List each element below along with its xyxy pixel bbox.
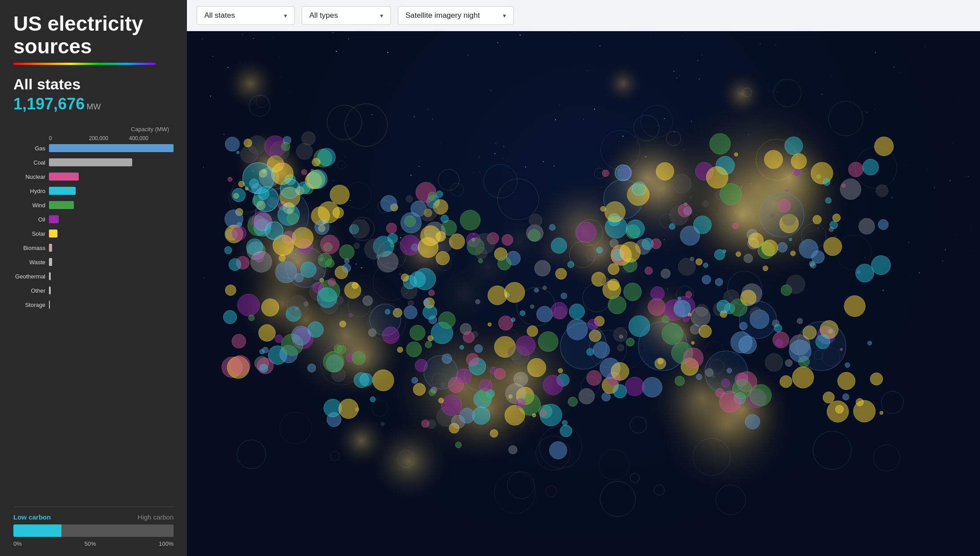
high-carbon-label: High carbon [138, 513, 174, 521]
bar-row-solar: Solar [13, 229, 174, 238]
bar-row-other: Other [13, 286, 174, 295]
bar-label-other: Other [13, 287, 49, 294]
all-states-dropdown[interactable]: All states ▾ [197, 6, 295, 25]
bar-row-coal: Coal [13, 157, 174, 167]
bar-fill-nuclear [49, 173, 79, 181]
chevron-down-icon-1: ▾ [284, 12, 287, 19]
pct-50: 50% [85, 540, 96, 547]
rainbow-bar [13, 63, 156, 65]
pct-0: 0% [13, 540, 22, 547]
chevron-down-icon-3: ▾ [503, 12, 506, 19]
carbon-bar-fill [13, 524, 61, 537]
bar-track-solar [49, 230, 174, 238]
carbon-labels-row: Low carbon High carbon [13, 513, 174, 521]
state-label: All states [13, 76, 174, 93]
mw-unit: MW [87, 102, 101, 111]
bar-fill-other [49, 286, 51, 294]
bar-fill-solar [49, 230, 57, 238]
bar-row-gas: Gas [13, 143, 174, 153]
axis-row: 0 200,000 400,000 [13, 135, 174, 141]
bar-fill-storage [49, 301, 50, 309]
bar-track-biomass [49, 244, 174, 252]
bar-fill-waste [49, 258, 52, 266]
carbon-bar-track [13, 524, 174, 537]
total-mw: 1,197,676 [13, 95, 85, 113]
bars-container: GasCoalNuclearHydroWindOilSolarBiomassWa… [13, 143, 174, 310]
bar-fill-gas [49, 144, 174, 152]
bar-row-hydro: Hydro [13, 186, 174, 196]
map-canvas [187, 31, 980, 556]
chart-section: Capacity (MW) 0 200,000 400,000 GasCoalN… [13, 126, 174, 499]
bar-fill-coal [49, 158, 132, 166]
bar-track-coal [49, 158, 174, 166]
chevron-down-icon-2: ▾ [380, 12, 383, 19]
app-title: US electricity sources [13, 12, 174, 57]
bar-track-storage [49, 301, 174, 309]
carbon-pct-row: 0% 50% 100% [13, 540, 174, 547]
bar-track-other [49, 286, 174, 294]
bar-label-solar: Solar [13, 230, 49, 237]
right-panel: All states ▾ All types ▾ Satellite image… [187, 0, 980, 556]
map-container [187, 31, 980, 556]
low-carbon-label: Low carbon [13, 513, 51, 521]
bar-label-biomass: Biomass [13, 245, 49, 251]
bar-row-wind: Wind [13, 200, 174, 210]
bar-label-hydro: Hydro [13, 188, 49, 194]
axis-tick-0: 0 [49, 135, 89, 141]
all-types-dropdown[interactable]: All types ▾ [302, 6, 391, 25]
bar-track-hydro [49, 187, 174, 195]
satellite-imagery-dropdown[interactable]: Satellite imagery night ▾ [398, 6, 514, 25]
bar-track-wind [49, 201, 174, 209]
bar-track-nuclear [49, 173, 174, 181]
bar-fill-geothermal [49, 272, 51, 280]
bar-label-nuclear: Nuclear [13, 173, 49, 180]
bar-label-storage: Storage [13, 302, 49, 308]
bar-track-gas [49, 144, 174, 152]
bar-label-geothermal: Geothermal [13, 273, 49, 280]
top-bar: All states ▾ All types ▾ Satellite image… [187, 0, 980, 31]
bar-label-oil: Oil [13, 216, 49, 223]
bar-fill-biomass [49, 244, 52, 252]
all-types-label: All types [309, 11, 338, 20]
bar-track-geothermal [49, 272, 174, 280]
bar-row-waste: Waste [13, 257, 174, 267]
all-states-label: All states [204, 11, 235, 20]
bar-label-waste: Waste [13, 259, 49, 266]
bar-fill-oil [49, 215, 59, 223]
bar-track-oil [49, 215, 174, 223]
bar-label-coal: Coal [13, 159, 49, 166]
bar-fill-hydro [49, 187, 76, 195]
bar-row-nuclear: Nuclear [13, 172, 174, 181]
carbon-section: Low carbon High carbon 0% 50% 100% [13, 507, 174, 547]
bar-row-oil: Oil [13, 214, 174, 224]
pct-100: 100% [159, 540, 174, 547]
bar-label-wind: Wind [13, 202, 49, 209]
left-panel: US electricity sources All states 1,197,… [0, 0, 187, 556]
axis-tick-200k: 200,000 [89, 135, 129, 141]
axis-tick-400k: 400,000 [129, 135, 169, 141]
bar-row-biomass: Biomass [13, 243, 174, 253]
bar-track-waste [49, 258, 174, 266]
bar-fill-wind [49, 201, 74, 209]
bar-row-geothermal: Geothermal [13, 271, 174, 281]
satellite-imagery-label: Satellite imagery night [405, 11, 480, 20]
bar-label-gas: Gas [13, 145, 49, 152]
capacity-label: Capacity (MW) [13, 126, 174, 133]
bar-row-storage: Storage [13, 300, 174, 310]
